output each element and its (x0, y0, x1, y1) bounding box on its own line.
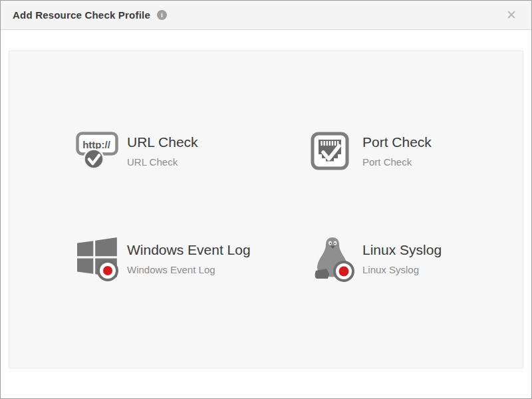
http-label: http:// (82, 139, 110, 150)
option-title: Port Check (362, 134, 432, 150)
option-title: URL Check (127, 134, 198, 150)
option-windows-event-log[interactable]: Windows Event Log Windows Event Log (75, 235, 251, 282)
option-title: Linux Syslog (362, 242, 442, 258)
url-check-icon: http:// (75, 130, 127, 172)
port-check-icon (311, 132, 362, 170)
options-panel: http:// URL Check URL Check (9, 51, 523, 368)
modal-body: http:// URL Check URL Check (1, 31, 531, 398)
page-title: Add Resource Check Profile (13, 9, 150, 21)
option-subtitle: Port Check (362, 157, 432, 168)
option-port-check[interactable]: Port Check Port Check (311, 130, 432, 172)
add-resource-check-profile-dialog: Add Resource Check Profile i ✕ http:// U… (0, 0, 532, 399)
option-title: Windows Event Log (127, 242, 251, 258)
close-icon[interactable]: ✕ (503, 7, 519, 23)
option-subtitle: Linux Syslog (362, 265, 442, 276)
option-subtitle: URL Check (127, 157, 198, 168)
option-subtitle: Windows Event Log (127, 265, 251, 276)
windows-event-log-icon (75, 236, 127, 281)
info-icon[interactable]: i (157, 10, 167, 20)
modal-header: Add Resource Check Profile i ✕ (1, 1, 531, 30)
option-url-check[interactable]: http:// URL Check URL Check (75, 130, 198, 172)
option-linux-syslog[interactable]: Linux Syslog Linux Syslog (311, 235, 442, 282)
linux-syslog-icon (311, 235, 362, 282)
